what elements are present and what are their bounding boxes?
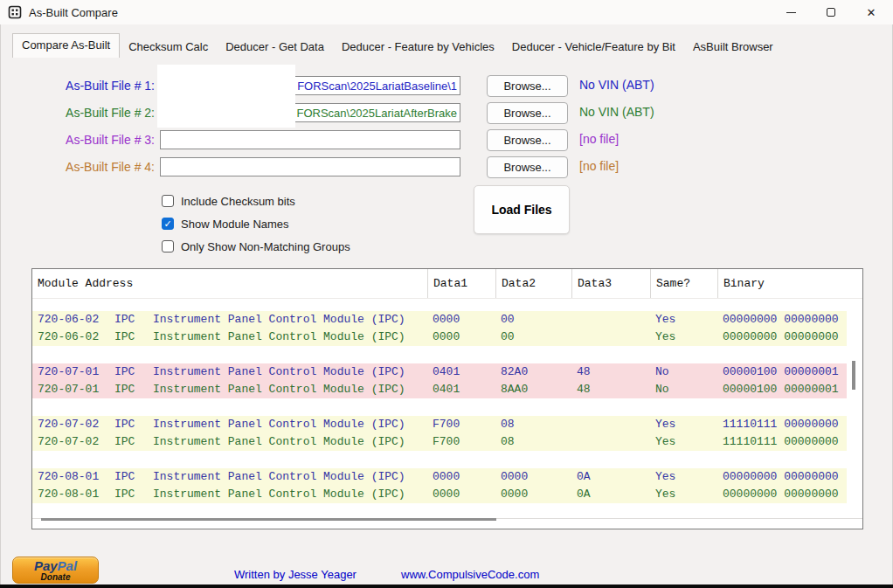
cell-data3 — [571, 329, 650, 346]
browse-file2-button[interactable]: Browse... — [487, 102, 568, 124]
file3-path-input[interactable] — [160, 130, 460, 149]
cell-binary: 00000000 00000000 — [717, 311, 847, 329]
cell-address: 720-07-02 — [32, 433, 114, 451]
file2-label: As-Built File # 2: — [32, 106, 155, 120]
cell-data3 — [571, 416, 650, 433]
cell-data2: 8AA0 — [495, 381, 571, 398]
cell-code: IPC — [114, 381, 153, 398]
checkbox-unchecked-icon[interactable] — [162, 240, 174, 252]
table-row[interactable]: 720-07-02IPCInstrument Panel Control Mod… — [32, 416, 847, 433]
browse-file1-button[interactable]: Browse... — [487, 75, 568, 97]
file1-label: As-Built File # 1: — [32, 79, 155, 93]
cell-binary: 11110111 00000000 — [717, 416, 847, 433]
checkbox-row[interactable]: Include Checksum bits — [162, 193, 350, 209]
cell-data3 — [571, 311, 650, 329]
file2-status: No VIN (ABT) — [579, 105, 654, 119]
cell-module: Instrument Panel Control Module (IPC) — [153, 363, 427, 381]
file1-status: No VIN (ABT) — [579, 78, 654, 92]
cell-module: Instrument Panel Control Module (IPC) — [153, 381, 427, 398]
paypal-logo: PayPal — [13, 559, 98, 572]
table-group-matching: 720-07-02IPCInstrument Panel Control Mod… — [32, 416, 847, 451]
cell-data3: 48 — [571, 381, 650, 398]
cell-address: 720-07-01 — [32, 363, 114, 381]
cell-module: Instrument Panel Control Module (IPC) — [153, 468, 427, 486]
tab-checksum-calc[interactable]: Checksum Calc — [120, 36, 217, 58]
vertical-scrollbar-thumb[interactable] — [852, 361, 855, 390]
column-header-data2: Data2 — [495, 269, 571, 298]
file4-path-input[interactable] — [160, 157, 460, 176]
cell-module: Instrument Panel Control Module (IPC) — [153, 486, 427, 503]
cell-same: Yes — [650, 433, 717, 451]
cell-module: Instrument Panel Control Module (IPC) — [153, 433, 427, 451]
cell-module: Instrument Panel Control Module (IPC) — [153, 329, 427, 346]
paypal-logo-pay: Pay — [34, 558, 58, 573]
column-header-module-address: Module Address — [32, 269, 427, 298]
compare-table-body: 720-06-02IPCInstrument Panel Control Mod… — [32, 311, 847, 521]
horizontal-scrollbar-thumb[interactable] — [41, 518, 496, 521]
table-row[interactable]: 720-07-01IPCInstrument Panel Control Mod… — [32, 363, 847, 381]
table-row[interactable]: 720-06-02IPCInstrument Panel Control Mod… — [32, 329, 847, 346]
cell-data2: 0000 — [495, 468, 571, 486]
tab-deducer-feature-by-vehicles[interactable]: Deducer - Feature by Vehicles — [333, 36, 503, 58]
checkbox-unchecked-icon[interactable] — [162, 195, 174, 207]
cell-binary: 00000100 00000001 — [717, 363, 847, 381]
cell-binary: 00000100 00000001 — [717, 381, 847, 398]
cell-same: Yes — [650, 329, 717, 346]
cell-address: 720-06-02 — [32, 329, 114, 346]
cell-data3: 0A — [571, 486, 650, 503]
cell-data1: 0000 — [427, 329, 495, 346]
column-header-data3: Data3 — [571, 269, 650, 298]
table-row[interactable]: 720-07-01IPCInstrument Panel Control Mod… — [32, 381, 847, 398]
cell-address: 720-07-02 — [32, 416, 114, 433]
tab-deducer-vehicle-feature-by-bit[interactable]: Deducer - Vehicle/Feature by Bit — [503, 36, 684, 58]
checkbox-label: Include Checksum bits — [181, 195, 295, 208]
close-icon: ✕ — [867, 7, 876, 18]
file4-status: [no file] — [579, 159, 619, 173]
file4-label: As-Built File # 4: — [32, 160, 155, 174]
cell-same: Yes — [650, 468, 717, 486]
checkbox-row[interactable]: Only Show Non-Matching Groups — [162, 239, 350, 254]
cell-data1: 0401 — [427, 363, 495, 381]
tab-deducer-get-data[interactable]: Deducer - Get Data — [217, 36, 333, 58]
paypal-logo-pal: Pal — [58, 558, 78, 573]
table-row[interactable]: 720-08-01IPCInstrument Panel Control Mod… — [32, 486, 847, 503]
redaction-overlay — [157, 65, 295, 128]
checkbox-label: Only Show Non-Matching Groups — [181, 240, 350, 253]
cell-code: IPC — [114, 416, 153, 433]
tab-strip: Compare As-Built Checksum Calc Deducer -… — [12, 35, 782, 58]
close-button[interactable]: ✕ — [851, 0, 891, 24]
cell-data1: 0000 — [427, 311, 495, 329]
cell-code: IPC — [114, 486, 153, 503]
table-row[interactable]: 720-08-01IPCInstrument Panel Control Mod… — [32, 468, 847, 486]
cell-same: No — [650, 381, 717, 398]
cell-code: IPC — [114, 329, 153, 346]
table-row[interactable]: 720-07-02IPCInstrument Panel Control Mod… — [32, 433, 847, 451]
cell-data1: 0401 — [427, 381, 495, 398]
minimize-button[interactable] — [771, 0, 811, 24]
maximize-button[interactable] — [811, 0, 851, 24]
cell-data1: F700 — [427, 433, 495, 451]
table-row[interactable]: 720-06-02IPCInstrument Panel Control Mod… — [32, 311, 847, 329]
cell-module: Instrument Panel Control Module (IPC) — [153, 311, 427, 329]
browse-file3-button[interactable]: Browse... — [487, 129, 568, 151]
load-files-button[interactable]: Load Files — [474, 185, 570, 234]
column-header-same: Same? — [650, 269, 717, 298]
browse-file4-button[interactable]: Browse... — [487, 156, 568, 178]
bottom-edge-bar — [0, 585, 893, 588]
checkbox-row[interactable]: ✓Show Module Names — [162, 216, 350, 232]
cell-code: IPC — [114, 311, 153, 329]
cell-code: IPC — [114, 468, 153, 486]
cell-data2: 0000 — [495, 486, 571, 503]
cell-module: Instrument Panel Control Module (IPC) — [153, 416, 427, 433]
author-credit: Written by Jesse Yeager — [234, 568, 357, 581]
tab-asbuilt-browser[interactable]: AsBuilt Browser — [684, 36, 782, 58]
website-link[interactable]: www.CompulsiveCode.com — [401, 568, 539, 581]
table-group-matching: 720-08-01IPCInstrument Panel Control Mod… — [32, 468, 847, 503]
checkbox-checked-icon[interactable]: ✓ — [162, 218, 174, 230]
cell-binary: 00000000 00000000 — [717, 468, 847, 486]
compare-table: Module Address Data1 Data2 Data3 Same? B… — [31, 268, 863, 529]
paypal-donate-button[interactable]: PayPal Donate — [12, 557, 99, 584]
maximize-icon — [827, 8, 835, 17]
file3-label: As-Built File # 3: — [32, 133, 155, 147]
tab-compare-as-built[interactable]: Compare As-Built — [12, 33, 120, 58]
